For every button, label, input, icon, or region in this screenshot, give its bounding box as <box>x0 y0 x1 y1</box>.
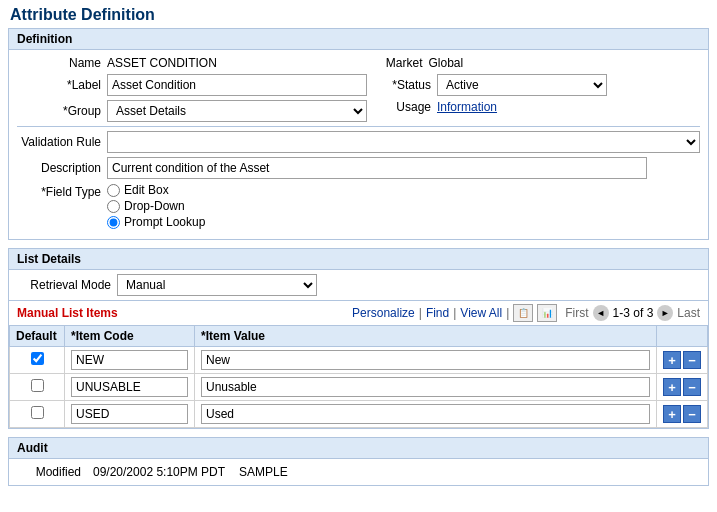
row-code-2 <box>65 401 195 428</box>
code-input-2[interactable] <box>71 404 188 424</box>
code-input-0[interactable] <box>71 350 188 370</box>
col-actions-header <box>657 326 708 347</box>
audit-row: Modified 09/20/2002 5:10PM PDT SAMPLE <box>17 465 700 479</box>
name-col: Name ASSET CONDITION <box>17 56 359 74</box>
row-actions-1: + − <box>657 374 708 401</box>
col-value-header: *Item Value <box>195 326 657 347</box>
remove-row-btn-0[interactable]: − <box>683 351 701 369</box>
radio-prompt-lookup: Prompt Lookup <box>107 215 205 229</box>
page-title: Attribute Definition <box>0 0 717 28</box>
remove-row-btn-2[interactable]: − <box>683 405 701 423</box>
row-code-0 <box>65 347 195 374</box>
table-row: + − <box>10 401 708 428</box>
validation-row: Validation Rule <box>17 126 700 153</box>
market-value: Global <box>429 56 464 70</box>
group-select[interactable]: Asset Details General Other <box>107 100 367 122</box>
retrieval-label: Retrieval Mode <box>17 278 117 292</box>
table-row: + − <box>10 347 708 374</box>
add-row-btn-2[interactable]: + <box>663 405 681 423</box>
label-status-row: *Label *Status Active Inactive <box>17 74 700 100</box>
modified-value: 09/20/2002 5:10PM PDT <box>93 465 225 479</box>
list-details-header: List Details <box>9 249 708 270</box>
validation-select[interactable] <box>107 131 700 153</box>
value-input-1[interactable] <box>201 377 650 397</box>
list-toolbar: Personalize | Find | View All | 📋 📊 Firs… <box>352 304 700 322</box>
status-row: *Status Active Inactive <box>367 74 700 96</box>
status-select[interactable]: Active Inactive <box>437 74 607 96</box>
usage-label: Usage <box>367 100 437 114</box>
value-input-2[interactable] <box>201 404 650 424</box>
find-link[interactable]: Find <box>426 306 449 320</box>
group-row: *Group Asset Details General Other <box>17 100 367 122</box>
usage-col: Usage Information <box>367 100 700 126</box>
code-input-1[interactable] <box>71 377 188 397</box>
status-label: *Status <box>367 78 437 92</box>
row-value-1 <box>195 374 657 401</box>
table-row: + − <box>10 374 708 401</box>
group-label: *Group <box>17 104 107 118</box>
default-checkbox-1[interactable] <box>31 379 44 392</box>
field-type-group: Edit Box Drop-Down Prompt Lookup <box>107 183 205 229</box>
radio-dropdown: Drop-Down <box>107 199 205 213</box>
market-col: Market Global <box>359 56 701 74</box>
label-row: *Label <box>17 74 367 96</box>
radio-prompt-lookup-label: Prompt Lookup <box>124 215 205 229</box>
row-default-1 <box>10 374 65 401</box>
default-checkbox-2[interactable] <box>31 406 44 419</box>
name-row: Name ASSET CONDITION <box>17 56 359 70</box>
prev-arrow[interactable]: ◄ <box>593 305 609 321</box>
radio-dropdown-label: Drop-Down <box>124 199 185 213</box>
row-default-0 <box>10 347 65 374</box>
name-value: ASSET CONDITION <box>107 56 217 70</box>
default-checkbox-0[interactable] <box>31 352 44 365</box>
audit-section: Audit Modified 09/20/2002 5:10PM PDT SAM… <box>8 437 709 486</box>
add-row-btn-0[interactable]: + <box>663 351 681 369</box>
retrieval-select[interactable]: Manual SQL <box>117 274 317 296</box>
value-input-0[interactable] <box>201 350 650 370</box>
col-code-header: *Item Code <box>65 326 195 347</box>
pagination-text: 1-3 of 3 <box>613 306 654 320</box>
retrieval-row: Retrieval Mode Manual SQL <box>9 270 708 301</box>
description-row: Description <box>17 157 700 179</box>
definition-section: Definition Name ASSET CONDITION Market G… <box>8 28 709 240</box>
export-icon-2[interactable]: 📊 <box>537 304 557 322</box>
market-label: Market <box>359 56 429 70</box>
view-all-link[interactable]: View All <box>460 306 502 320</box>
usage-value[interactable]: Information <box>437 100 497 114</box>
field-type-row: *Field Type Edit Box Drop-Down Prompt Lo… <box>17 183 700 229</box>
definition-header: Definition <box>9 29 708 50</box>
next-arrow[interactable]: ► <box>657 305 673 321</box>
add-row-btn-1[interactable]: + <box>663 378 681 396</box>
export-icon-1[interactable]: 📋 <box>513 304 533 322</box>
market-row: Market Global <box>359 56 701 70</box>
list-details-section: List Details Retrieval Mode Manual SQL M… <box>8 248 709 429</box>
personalize-link[interactable]: Personalize <box>352 306 415 320</box>
description-label: Description <box>17 161 107 175</box>
status-col: *Status Active Inactive <box>367 74 700 100</box>
col-default-header: Default <box>10 326 65 347</box>
manual-list-table: Default *Item Code *Item Value + − <box>9 325 708 428</box>
label-input[interactable] <box>107 74 367 96</box>
row-value-2 <box>195 401 657 428</box>
radio-edit-box: Edit Box <box>107 183 205 197</box>
radio-prompt-lookup-input[interactable] <box>107 216 120 229</box>
audit-header: Audit <box>9 438 708 459</box>
row-code-1 <box>65 374 195 401</box>
group-col: *Group Asset Details General Other <box>17 100 367 126</box>
manual-list-title: Manual List Items <box>17 306 118 320</box>
definition-body: Name ASSET CONDITION Market Global *Labe… <box>9 50 708 239</box>
field-type-label: *Field Type <box>17 183 107 199</box>
remove-row-btn-1[interactable]: − <box>683 378 701 396</box>
table-header-row: Default *Item Code *Item Value <box>10 326 708 347</box>
description-input[interactable] <box>107 157 647 179</box>
radio-edit-box-input[interactable] <box>107 184 120 197</box>
audit-body: Modified 09/20/2002 5:10PM PDT SAMPLE <box>9 459 708 485</box>
radio-dropdown-input[interactable] <box>107 200 120 213</box>
manual-list-header: Manual List Items Personalize | Find | V… <box>9 301 708 325</box>
usage-row: Usage Information <box>367 100 700 114</box>
row-actions-0: + − <box>657 347 708 374</box>
group-usage-row: *Group Asset Details General Other Usage… <box>17 100 700 126</box>
radio-edit-box-label: Edit Box <box>124 183 169 197</box>
validation-select-wrapper <box>107 131 700 153</box>
validation-label: Validation Rule <box>17 135 107 149</box>
